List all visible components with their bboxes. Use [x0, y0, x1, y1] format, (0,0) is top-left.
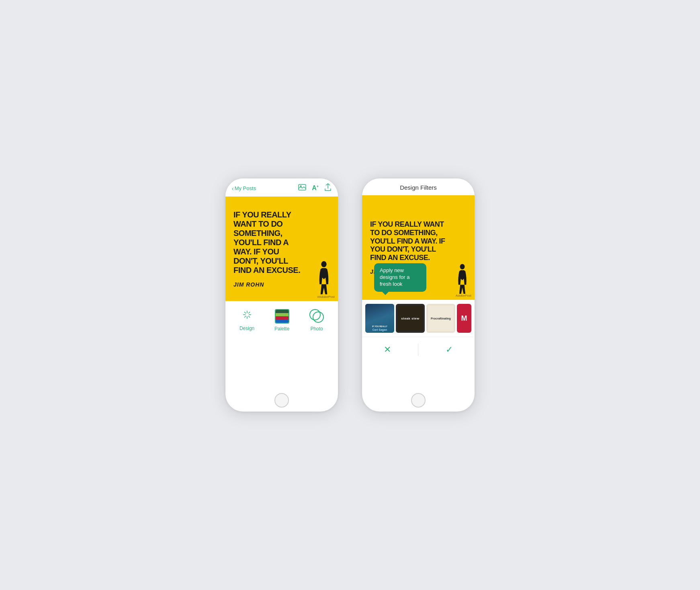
back-button[interactable]: ‹ My Posts — [232, 185, 256, 192]
thumbnail-1[interactable]: IF YOU REALLY Carl Sagan — [365, 304, 394, 333]
thumb4-label: M — [461, 314, 467, 323]
home-button-right[interactable] — [411, 393, 426, 408]
image-icon[interactable] — [298, 184, 306, 193]
text-style-icon[interactable]: A+ — [312, 184, 319, 192]
toolbar-item-design[interactable]: Design — [239, 309, 254, 332]
right-phone: Design Filters IF YOU REALLY WANT TO DO … — [362, 178, 475, 412]
home-button-left[interactable] — [274, 393, 289, 408]
person-silhouette-right — [453, 264, 471, 300]
design-thumbnails: IF YOU REALLY Carl Sagan steak stew Proc… — [362, 300, 475, 337]
svg-line-10 — [244, 316, 246, 318]
person-silhouette-left — [314, 261, 334, 301]
action-divider — [418, 344, 418, 356]
scene: ‹ My Posts A+ — [201, 154, 499, 436]
photo-label: Photo — [310, 326, 323, 332]
svg-point-11 — [460, 264, 465, 270]
design-label: Design — [239, 326, 254, 331]
tooltip-bubble: Apply new designs for a fresh look — [374, 263, 426, 292]
photo-circles-icon — [309, 309, 324, 324]
quote-text-left: IF YOU REALLY WANT TO DO SOMETHING, YOU'… — [233, 210, 306, 275]
share-icon[interactable] — [324, 183, 332, 193]
svg-point-2 — [321, 261, 326, 267]
thumbnail-4[interactable]: M — [457, 304, 471, 333]
right-phone-screen: Design Filters IF YOU REALLY WANT TO DO … — [362, 178, 475, 387]
bottom-toolbar-left: Design Palette — [225, 301, 338, 336]
left-navbar: ‹ My Posts A+ — [225, 178, 338, 197]
design-filters-header: Design Filters — [362, 178, 475, 195]
svg-line-7 — [244, 312, 246, 313]
navbar-icons: A+ — [298, 183, 332, 193]
thumbnail-3[interactable]: Procraftinating — [426, 304, 455, 333]
svg-line-9 — [248, 312, 250, 313]
palette-label: Palette — [274, 326, 289, 332]
toolbar-item-photo[interactable]: Photo — [309, 309, 324, 332]
back-label: My Posts — [235, 185, 256, 191]
confirm-button[interactable]: ✓ — [446, 344, 453, 355]
left-phone-screen: ‹ My Posts A+ — [225, 178, 338, 387]
quote-text-right: IF YOU REALLY WANT TO DO SOMETHING, YOU'… — [370, 220, 446, 262]
tooltip-text: Apply new designs for a fresh look — [380, 267, 409, 287]
left-phone: ‹ My Posts A+ — [225, 178, 338, 412]
quote-image-left: IF YOU REALLY WANT TO DO SOMETHING, YOU'… — [225, 197, 338, 301]
toolbar-item-palette[interactable]: Palette — [274, 309, 289, 332]
palette-icon — [275, 309, 289, 324]
svg-line-8 — [248, 316, 250, 318]
quote-image-right: IF YOU REALLY WANT TO DO SOMETHING, YOU'… — [362, 195, 475, 300]
thumb2-label: steak stew — [401, 317, 419, 320]
design-filters-title: Design Filters — [400, 184, 437, 191]
cancel-button[interactable]: ✕ — [384, 344, 391, 355]
thumb3-label: Procraftinating — [431, 317, 451, 320]
bottom-action-bar: ✕ ✓ — [362, 337, 475, 362]
sparkle-icon — [242, 309, 253, 323]
back-chevron-icon: ‹ — [232, 185, 234, 192]
thumbnail-2[interactable]: steak stew — [396, 304, 425, 333]
